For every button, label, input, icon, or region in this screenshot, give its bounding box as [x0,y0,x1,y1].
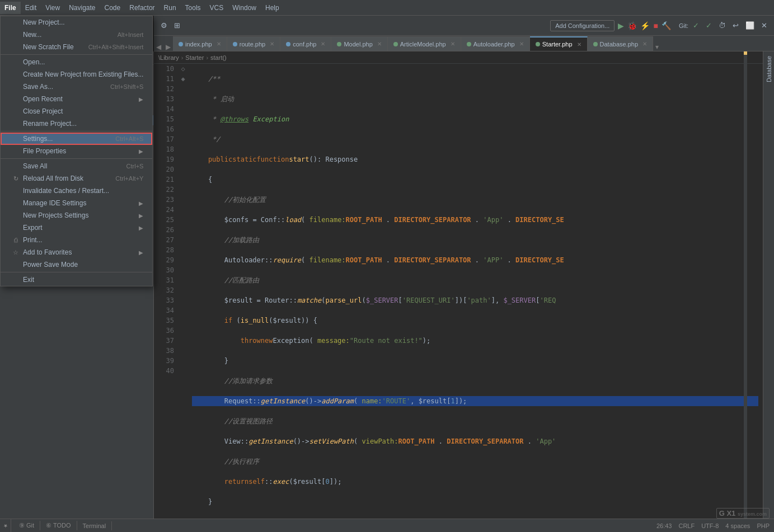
menu-tools[interactable]: Tools [181,2,205,14]
breadcrumb-library[interactable]: \Library [158,54,179,61]
menu-item-open[interactable]: Open... [1,56,152,68]
toolbar-maximize[interactable]: ⬜ [743,20,757,31]
stop-button[interactable]: ■ [652,20,659,31]
build-button[interactable]: 🔨 [660,20,672,31]
menu-item-new-project[interactable]: New Project... [1,16,152,29]
tab-starter-php[interactable]: Starter.php ✕ [530,36,588,51]
tab-dot-autoloader [467,42,471,46]
menu-view[interactable]: View [41,2,64,14]
watermark-text: G X1 system.com [716,508,770,519]
add-configuration-button[interactable]: Add Configuration... [550,20,614,31]
breadcrumb-starter[interactable]: Starter [185,54,204,61]
toolbar-settings-btn[interactable]: ⚙ [158,20,170,31]
menu-item-new-projects-settings[interactable]: New Projects Settings ▶ [1,209,152,222]
debug-button[interactable]: 🐞 [626,20,638,31]
menu-vcs[interactable]: VCS [205,2,228,14]
tab-index-php[interactable]: index.php ✕ [173,36,227,51]
breadcrumb-start[interactable]: start() [210,54,227,61]
run-buttons: ▶ 🐞 ⚡ ■ 🔨 [617,20,672,31]
menu-item-invalidate[interactable]: Invalidate Caches / Restart... [1,185,152,197]
tab-close-autoloader[interactable]: ✕ [519,41,524,47]
tab-close-starter[interactable]: ✕ [577,41,581,48]
status-spaces[interactable]: 4 spaces [725,522,750,529]
menu-item-create-from-existing[interactable]: Create New Project from Existing Files..… [1,68,152,81]
menu-help[interactable]: Help [261,2,284,14]
menu-sep-3 [1,158,152,159]
tab-menu-arrow[interactable]: ▾ [653,43,661,51]
editor-area: \Library › Starter › start() 1011121314 … [154,51,763,519]
breadcrumb: \Library › Starter › start() [154,51,763,64]
tab-close-model[interactable]: ✕ [377,41,382,47]
code-view[interactable]: 1011121314 1516171819 2021222324 2526272… [154,64,763,519]
code-content[interactable]: /** * 启动 * @throws Exception */ public s… [187,64,763,519]
menu-sep-1 [1,54,152,55]
status-charset[interactable]: UTF-8 [701,522,719,529]
tab-scroll-right[interactable]: ▶ [163,43,173,51]
menu-item-settings[interactable]: Settings... Ctrl+Alt+S [1,133,152,145]
menu-sep-4 [1,272,152,272]
tab-close-index[interactable]: ✕ [217,41,221,47]
tabs-bar: ◀ ▶ index.php ✕ route.php ✕ conf.php ✕ M… [154,36,774,51]
database-label[interactable]: Database [766,51,772,87]
terminal-tab[interactable]: Terminal [77,521,112,530]
menu-navigate[interactable]: Navigate [64,2,100,14]
tab-dot-database [593,42,598,46]
menu-item-new-scratch[interactable]: New Scratch File Ctrl+Alt+Shift+Insert [1,41,152,53]
menu-item-save-all[interactable]: Save All Ctrl+S [1,160,152,172]
reload-icon: ↻ [12,175,20,182]
run-button[interactable]: ▶ [617,20,625,31]
tab-close-article[interactable]: ✕ [451,41,455,47]
git-tab[interactable]: ⑨ Git [13,521,40,530]
tab-close-route[interactable]: ✕ [270,41,274,47]
tab-autoloader-php[interactable]: Autoloader.php ✕ [461,36,530,51]
tab-route-php[interactable]: route.php ✕ [227,36,280,51]
git-history[interactable]: ⏱ [716,20,728,31]
menu-item-file-properties[interactable]: File Properties ▶ [1,145,152,157]
coverage-button[interactable]: ⚡ [639,20,651,31]
git-label: Git: [679,22,688,29]
tab-dot-starter [536,42,540,46]
git-checkmark1[interactable]: ✓ [691,20,701,31]
git-undo[interactable]: ↩ [730,20,741,31]
menu-item-new[interactable]: New... Alt+Insert [1,29,152,41]
menu-item-print[interactable]: ⎙Print... [1,234,152,246]
tab-dot-route [233,42,237,46]
print-icon: ⎙ [12,237,20,243]
toolbar-layout-btn[interactable]: ⊞ [172,20,182,31]
menu-item-exit[interactable]: Exit [1,274,152,286]
todo-icon: ⑥ [46,522,51,529]
tab-close-conf[interactable]: ✕ [321,41,325,47]
menu-item-save-as[interactable]: Save As... Ctrl+Shift+S [1,81,152,93]
toolbar-close-window[interactable]: ✕ [759,20,770,31]
menu-edit[interactable]: Edit [21,2,41,14]
tab-model-php[interactable]: Model.php ✕ [331,36,387,51]
todo-tab[interactable]: ⑥ TODO [40,521,77,530]
toolbar: ⚙ ⊞ Add Configuration... ▶ 🐞 ⚡ ■ 🔨 Git: … [154,16,774,36]
tab-dot-model [337,42,341,46]
git-checkmark2[interactable]: ✓ [703,20,714,31]
menu-window[interactable]: Window [228,2,261,14]
menu-item-open-recent[interactable]: Open Recent ▶ [1,93,152,105]
favorites-side-btn[interactable]: ★ [0,519,11,533]
menu-refactor[interactable]: Refactor [125,2,159,14]
status-crlf[interactable]: CRLF [678,522,695,529]
menu-item-power-save[interactable]: Power Save Mode [1,258,152,271]
tab-database-php[interactable]: Database.php ✕ [588,36,654,51]
tab-close-database[interactable]: ✕ [642,41,647,47]
status-lang[interactable]: PHP [757,522,770,529]
menu-run[interactable]: Run [160,2,181,14]
menu-item-export[interactable]: Export ▶ [1,222,152,234]
menu-item-close-project[interactable]: Close Project [1,105,152,117]
menu-file[interactable]: File [0,2,21,14]
menu-code[interactable]: Code [100,2,125,14]
menu-sep-2 [1,131,152,131]
menu-item-add-to-favorites[interactable]: ☆Add to Favorites ▶ [1,246,152,258]
tab-article-model-php[interactable]: ArticleModel.php ✕ [388,36,461,51]
tab-scroll-left[interactable]: ◀ [154,43,163,51]
menu-item-rename-project[interactable]: Rename Project... [1,117,152,130]
tab-conf-php[interactable]: conf.php ✕ [280,36,331,51]
watermark: G X1 system.com [716,509,770,517]
menu-item-reload[interactable]: ↻Reload All from Disk Ctrl+Alt+Y [1,172,152,185]
git-icon: ⑨ [19,522,25,529]
menu-item-manage-ide[interactable]: Manage IDE Settings ▶ [1,197,152,209]
